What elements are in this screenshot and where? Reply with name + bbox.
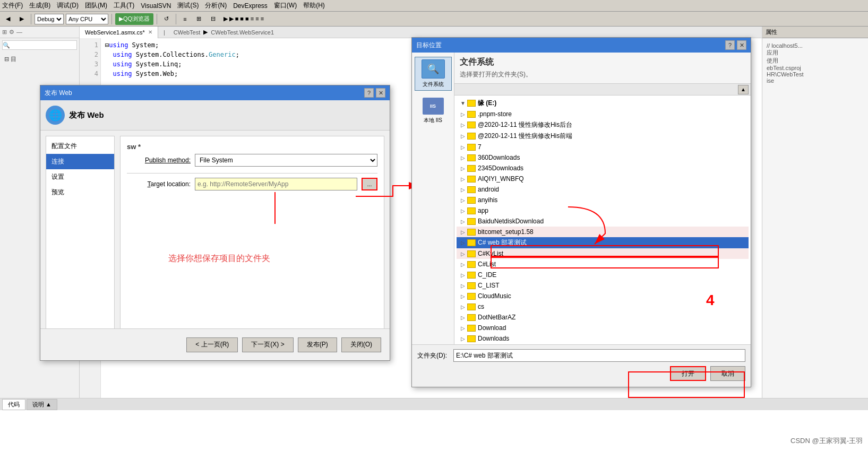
file-dialog-close[interactable]: ✕ (737, 40, 746, 50)
tree-item-bitcomet[interactable]: ▷ bitcomet_setup1.58 (457, 227, 749, 237)
nav-item-preview[interactable]: 预览 (46, 185, 114, 200)
sidebar-search-input[interactable] (2, 40, 77, 50)
cide-toggle: ▷ (459, 271, 467, 279)
tree-item-cloud[interactable]: ▷ CloudMusic (457, 291, 749, 301)
bottom-tab-desc[interactable]: 说明 ▲ (27, 399, 57, 410)
tree-item-2020-his[interactable]: ▷ @2020-12-11 慢性病修改His后台 (457, 119, 749, 131)
toolbar-refresh[interactable]: ↺ (160, 13, 173, 25)
menu-bar: 文件(F) 生成(B) 调试(D) 团队(M) 工具(T) VisualSVN … (0, 0, 868, 12)
file-cancel-btn[interactable]: 取消 (710, 366, 745, 381)
debug-config-select[interactable]: Debug (35, 14, 64, 24)
clist-folder-icon (467, 261, 476, 268)
tree-item-baidu[interactable]: ▷ BaiduNetdiskDownload (457, 216, 749, 227)
line-num-2: 2 (82, 50, 98, 59)
nav-item-connect[interactable]: 连接 (46, 154, 114, 169)
menu-devexpress[interactable]: DevExpress (233, 2, 268, 10)
tree-item-cweb[interactable]: ▷ C# web 部署测试 (457, 237, 749, 248)
tree-item-download[interactable]: ▷ Download (457, 323, 749, 333)
toolbar-back[interactable]: ◀ (2, 13, 14, 25)
tree-item-clist2[interactable]: ▷ C_LIST (457, 280, 749, 291)
publish-dialog-help[interactable]: ? (364, 88, 374, 98)
file-left-iis[interactable]: IIS 本地 IIS (415, 95, 452, 127)
menu-analyze[interactable]: 分析(N) (205, 1, 227, 10)
menu-tools[interactable]: 工具(T) (114, 1, 134, 10)
tree-item-dotnet[interactable]: ▷ DotNetBarAZ (457, 312, 749, 323)
tree-item-android[interactable]: ▷ android (457, 184, 749, 195)
code-tab-webservice[interactable]: WebService1.asmx.cs* ✕ (80, 27, 158, 38)
file-left-filesystem[interactable]: 🔍 文件系统 (415, 57, 452, 91)
menu-debug[interactable]: 调试(D) (57, 1, 79, 10)
tree-item-downloads[interactable]: ▷ Downloads (457, 333, 749, 344)
publish-globe-icon: 🌐 (46, 106, 65, 125)
menu-help[interactable]: 帮助(H) (303, 1, 325, 10)
tree-item-anyihis[interactable]: ▷ anyihis (457, 195, 749, 205)
publish-header-title: 发布 Web (69, 110, 104, 120)
tree-item-cide[interactable]: ▷ C_IDE (457, 270, 749, 280)
publish-next-btn[interactable]: 下一页(X) > (242, 337, 293, 352)
sidebar-icon3[interactable]: — (16, 29, 22, 36)
tree-item-ckylist[interactable]: ▷ C#KyList (457, 248, 749, 259)
folder-input-row: 文件夹(D): (417, 349, 745, 362)
tab-close-icon[interactable]: ✕ (148, 29, 152, 35)
pnpm-toggle: ▷ (459, 110, 467, 118)
ckylist-toggle: ▷ (459, 249, 467, 258)
toolbar-btn2[interactable]: ⊞ (193, 13, 205, 25)
tree-item-360[interactable]: ▷ 360Downloads (457, 152, 749, 163)
menu-visualsvn[interactable]: VisualSVN (141, 2, 171, 10)
sw-label: sw * (127, 143, 377, 151)
right-panel: 属性 // localhost5... 应用 使用 ebTest.csproj … (762, 27, 868, 398)
clist-label: C#List (478, 261, 496, 268)
tree-item-clist[interactable]: ▷ C#List (457, 259, 749, 270)
menu-window[interactable]: 窗口(W) (274, 1, 297, 10)
menu-build[interactable]: 生成(B) (29, 1, 50, 10)
file-dialog-footer: 文件夹(D): 打开 取消 (412, 344, 751, 387)
scroll-up-btn[interactable]: ▲ (738, 85, 749, 94)
cpu-select[interactable]: Any CPU (66, 14, 108, 24)
prop-apply: 应用 (767, 49, 864, 57)
publish-dialog-close[interactable]: ✕ (376, 88, 385, 98)
file-tree[interactable]: ▼ 缘 (E:) ▷ .pnpm-store ▷ @2020-12-11 慢性病… (454, 96, 751, 344)
toolbar-start[interactable]: ▶ QQ浏览器 (115, 13, 153, 25)
target-location-input[interactable] (195, 178, 357, 190)
publish-method-select[interactable]: File System Web Deploy FTP (195, 154, 377, 167)
tree-item-2020-front[interactable]: ▷ @2020-12-11 慢性病修改His前端 (457, 131, 749, 142)
file-dialog-help[interactable]: ? (725, 40, 735, 50)
breadcrumb-cwebtest: CWebTest (170, 29, 204, 36)
bottom-tab-code[interactable]: 代码 (2, 399, 25, 410)
prop-webtest: ebTest.csproj (767, 65, 864, 71)
line-num-3: 3 (82, 59, 98, 69)
menu-test[interactable]: 测试(S) (177, 1, 199, 10)
nav-item-config[interactable]: 配置文件 (46, 138, 114, 154)
tree-item-aiqiyi[interactable]: ▷ AIQIYI_WNBFQ (457, 174, 749, 184)
pnpm-label: .pnpm-store (478, 110, 512, 118)
tree-item-2345[interactable]: ▷ 2345Downloads (457, 163, 749, 174)
publish-close-btn[interactable]: 关闭(O) (341, 337, 381, 352)
tree-root[interactable]: ▼ 缘 (E:) (457, 98, 749, 109)
menu-team[interactable]: 团队(M) (85, 1, 107, 10)
publish-publish-btn[interactable]: 发布(P) (298, 337, 337, 352)
browse-button[interactable]: ... (362, 178, 377, 190)
prop-use: 使用 (767, 57, 864, 65)
file-open-btn[interactable]: 打开 (670, 366, 706, 381)
tree-item-cs[interactable]: ▷ cs (457, 301, 749, 312)
android-label: android (478, 186, 499, 193)
toolbar-btn3[interactable]: ⊟ (207, 13, 219, 25)
2020-his-toggle: ▷ (459, 121, 467, 129)
tree-item-pnpm[interactable]: ▷ .pnpm-store (457, 109, 749, 119)
publish-method-label: Publish method: (127, 157, 191, 164)
nav-item-settings[interactable]: 设置 (46, 169, 114, 185)
breadcrumb-arrow: ▶ (203, 29, 208, 36)
publish-back-btn[interactable]: < 上一页(R) (186, 337, 238, 352)
tree-item-7[interactable]: ▷ 7 (457, 142, 749, 152)
toolbar-forward[interactable]: ▶ (16, 13, 28, 25)
sidebar-icon2[interactable]: ⚙ (9, 29, 14, 36)
folder-path-input[interactable] (453, 349, 745, 362)
prop-hr: HR\CWebTest (767, 71, 864, 77)
clist2-toggle: ▷ (459, 281, 467, 290)
sidebar-icon1[interactable]: ⊞ (2, 29, 7, 36)
menu-file[interactable]: 文件(F) (2, 1, 23, 10)
tree-item-app[interactable]: ▷ app (457, 205, 749, 216)
toolbar-btn1[interactable]: ≡ (179, 13, 190, 25)
sidebar-config-label[interactable]: ⊟ 目 (2, 54, 77, 64)
file-right-panel: 文件系统 选择要打开的文件夹(S)。 ▲ ▼ 缘 (E:) ▷ .pnpm-st… (454, 53, 751, 344)
